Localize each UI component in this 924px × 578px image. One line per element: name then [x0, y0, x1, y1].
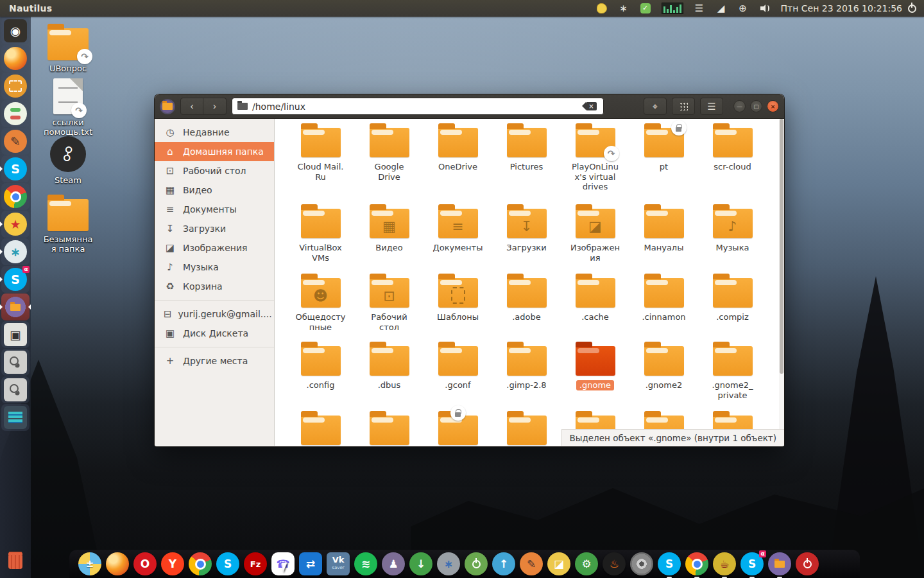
genie-lamp-app-dock-item[interactable]: ☕ [713, 552, 736, 575]
folder-item[interactable]: .cache [563, 269, 628, 337]
sidebar-item-другие-места[interactable]: +Другие места [155, 351, 274, 371]
clear-path-icon[interactable]: × [586, 102, 597, 110]
sidebar-item-видео[interactable]: ▦Видео [155, 180, 274, 200]
folder-item[interactable]: Мануалы [632, 200, 696, 269]
indicator-menu-icon[interactable]: ☰ [692, 2, 706, 15]
bird-app-launcher-item[interactable]: ★ [1, 211, 30, 238]
folder-item[interactable]: Pictures [495, 119, 559, 200]
spotify-dock-item[interactable]: ≋ [354, 552, 377, 575]
folder-item[interactable]: .compiz [701, 269, 765, 337]
skype-launcher-item[interactable]: S [1, 155, 30, 182]
session-menu-icon[interactable] [905, 2, 919, 15]
panel-clock[interactable]: Птн Сен 23 2016 10:21:56 [778, 3, 905, 13]
downloader-dock-item[interactable]: ↓ [409, 552, 432, 575]
folder-item[interactable]: ≡Документы [426, 200, 490, 269]
messenger-tray-icon[interactable] [595, 2, 609, 15]
search-tool-2-launcher-item[interactable] [1, 376, 30, 403]
sidebar-item-музыка[interactable]: ♪Музыка [155, 258, 274, 277]
steam[interactable]: ☍Steam [37, 135, 99, 186]
folder-item[interactable]: Cloud Mail. Ru [289, 119, 353, 200]
chrome-running-dock-item[interactable] [685, 552, 708, 575]
shutdown-dock-item[interactable] [796, 552, 819, 575]
skype-dock-item[interactable]: S [216, 552, 239, 575]
search-location-button[interactable]: ⌖ [644, 98, 667, 115]
swirl-app-dock-item[interactable]: ∗ [437, 552, 460, 575]
photos-dock-item[interactable]: ◪ [547, 552, 570, 575]
teamviewer-dock-item[interactable]: ⇄ [299, 552, 322, 575]
forward-button[interactable]: › [203, 98, 227, 115]
floppy-tool-launcher-item[interactable]: ▣ [1, 321, 30, 348]
sidebar-item-документы[interactable]: ≡Документы [155, 200, 274, 219]
folder-item[interactable]: ☻Общедосту пные [289, 269, 353, 337]
unnamed-folder[interactable]: Безымянна я папка [37, 194, 99, 254]
folder-item[interactable]: .cinnamon [632, 269, 696, 337]
system-load-graph-icon[interactable] [660, 2, 685, 15]
yandex-browser-dock-item[interactable]: Y [161, 552, 184, 575]
chrome-dock-item[interactable] [189, 552, 212, 575]
folder-item[interactable]: Google Drive [357, 119, 422, 200]
settings-gear-dock-item[interactable]: ⚙ [575, 552, 598, 575]
sidebar-item-диск-дискета[interactable]: ▣Диск Дискета [155, 324, 274, 343]
folder-item[interactable]: .config [289, 337, 353, 407]
panel-bars-tool-launcher-item[interactable] [1, 404, 30, 431]
ubuntu-dash-launcher-item[interactable]: ◉ [1, 17, 30, 44]
sidebar-item-загрузки[interactable]: ↧Загрузки [155, 219, 274, 238]
folder-item[interactable]: .gnome2_ private [701, 337, 765, 407]
swirl-app-launcher-item[interactable]: ∗ [1, 238, 30, 265]
folder-item[interactable]: .gnome2 [632, 337, 696, 407]
skype-running-dock-item[interactable]: S [658, 552, 681, 575]
menu-button[interactable]: ☰ [700, 98, 723, 115]
burning-trash-dock-item[interactable]: ♨ [603, 552, 626, 575]
folder-item[interactable]: ⊡Рабочий стол [357, 269, 422, 337]
power-manager-dock-item[interactable] [465, 552, 488, 575]
minimize-button[interactable]: — [733, 100, 746, 112]
app-icon-button[interactable] [160, 99, 175, 114]
volume-icon[interactable] [758, 2, 772, 15]
search-tool-1-launcher-item[interactable] [1, 349, 30, 376]
trash-launcher-item[interactable] [1, 548, 30, 575]
location-bar[interactable]: /home/linux × [232, 98, 604, 115]
folder-item[interactable]: .adobe [495, 269, 559, 337]
chromium-launcher-item[interactable] [1, 183, 30, 210]
folder-item[interactable]: OneDrive [426, 119, 490, 200]
links-help-txt[interactable]: ↷ссылки помощь.txt [37, 77, 99, 137]
filezilla-dock-item[interactable]: Fz [244, 552, 267, 575]
close-button[interactable]: × [767, 100, 779, 112]
folder-item[interactable]: .gconf [426, 337, 490, 407]
folder-item[interactable]: .gimp-2.8 [495, 337, 559, 407]
folder-item[interactable]: VirtualBox VMs [289, 200, 353, 269]
folder-item[interactable] [357, 407, 422, 446]
settings-toggles-launcher-item[interactable] [1, 100, 30, 127]
skype-alpha-dock-item[interactable]: Sα [740, 552, 764, 575]
folder-item[interactable]: .dbus [357, 337, 422, 407]
folder-item[interactable]: scr-cloud [701, 119, 765, 200]
sidebar-item-рабочий-стол[interactable]: ⊡Рабочий стол [155, 161, 274, 180]
back-button[interactable]: ‹ [180, 98, 203, 115]
updates-ok-icon[interactable]: ✓ [638, 2, 653, 15]
sidebar-item-недавние[interactable]: ◷Недавние [155, 123, 274, 142]
folder-item[interactable] [495, 407, 559, 446]
gimp-dock-item[interactable]: ✎ [520, 552, 543, 575]
firefox-launcher-item[interactable] [1, 45, 30, 72]
folder-item[interactable]: ♪Музыка [701, 200, 765, 269]
network-signal-icon[interactable]: ◢ [714, 2, 728, 15]
folder-item-selected[interactable]: .gnome [563, 337, 628, 407]
screenshot-tool-launcher-item[interactable] [1, 73, 30, 100]
files-launcher-item[interactable] [1, 293, 30, 320]
maximize-button[interactable]: ▢ [750, 100, 762, 112]
folder-item[interactable] [289, 407, 353, 446]
folder-item[interactable]: ◪Изображен ия [563, 200, 628, 269]
folder-item[interactable]: × [426, 407, 490, 446]
vk-saver-dock-item[interactable]: Vksaver [327, 552, 350, 575]
calculator-dock-item[interactable] [78, 552, 101, 575]
keyboard-layout-icon[interactable]: ⊕ [736, 2, 750, 15]
ubopros-folder[interactable]: ↷UВопрос [37, 23, 99, 74]
folder-item[interactable]: ↷PlayOnLinu x's virtual drives [563, 119, 628, 200]
firefox-dock-item[interactable] [106, 552, 129, 575]
updater-dock-item[interactable]: ↑ [492, 552, 515, 575]
folder-item[interactable]: ↧Загрузки [495, 200, 559, 269]
files-dock-item[interactable] [768, 552, 791, 575]
sidebar-item-домашняя-папка[interactable]: ⌂Домашняя папка [155, 142, 274, 161]
gimp-launcher-item[interactable]: ✎ [1, 128, 30, 155]
scrollbar-thumb[interactable] [780, 119, 783, 374]
